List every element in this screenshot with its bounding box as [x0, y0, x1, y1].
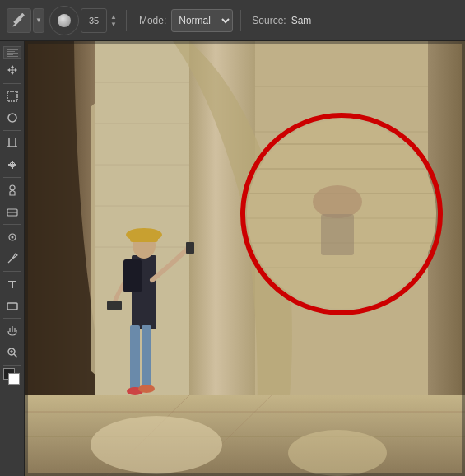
scene-svg — [25, 41, 465, 476]
svg-point-7 — [11, 259, 12, 260]
left-toolbar-divider-3 — [3, 177, 21, 178]
svg-rect-51 — [107, 301, 122, 310]
left-tool-zoom[interactable] — [2, 343, 22, 362]
left-tool-eraser[interactable] — [2, 202, 22, 222]
svg-rect-0 — [7, 91, 17, 101]
svg-rect-47 — [142, 325, 151, 387]
svg-rect-8 — [7, 303, 17, 310]
brush-size-up[interactable]: ▲ — [109, 13, 119, 21]
toolbar-divider-2 — [240, 10, 241, 31]
svg-line-10 — [14, 354, 17, 357]
left-tool-pen[interactable] — [2, 249, 22, 268]
svg-point-65 — [313, 185, 362, 218]
toolbar-divider-1 — [126, 10, 127, 31]
svg-point-1 — [8, 114, 16, 122]
background-color-swatch[interactable] — [8, 373, 20, 385]
brush-size-arrows[interactable]: ▲ ▼ — [109, 13, 119, 28]
image-canvas[interactable] — [25, 41, 465, 476]
left-tool-blur[interactable] — [2, 227, 22, 247]
left-tool-move[interactable] — [2, 61, 22, 81]
left-tool-heal[interactable] — [2, 155, 22, 175]
left-tool-selection[interactable] — [2, 86, 22, 106]
mode-label: Mode: — [139, 15, 166, 26]
left-tool-shape[interactable] — [2, 296, 22, 315]
left-toolbar-divider-2 — [3, 130, 21, 131]
left-toolbar-divider-6 — [3, 318, 21, 319]
left-toolbar-divider-4 — [3, 224, 21, 225]
brush-size-control: 35 ▲ ▼ — [49, 6, 119, 35]
svg-point-43 — [91, 416, 222, 474]
left-toolbar — [0, 41, 25, 476]
top-toolbar: ▼ 35 ▲ ▼ Mode: Normal Replace Multiply S… — [0, 0, 465, 41]
photo-container — [25, 41, 465, 476]
svg-point-6 — [11, 236, 13, 239]
source-value: Sam — [291, 15, 312, 26]
svg-point-44 — [288, 430, 387, 476]
brush-dropdown-arrow[interactable]: ▼ — [33, 8, 44, 33]
svg-point-3 — [10, 185, 15, 190]
brush-tool-group: ▼ — [7, 8, 44, 33]
source-label: Source: — [252, 15, 286, 26]
left-toolbar-divider-5 — [3, 271, 21, 272]
ruler-indicator — [3, 46, 21, 59]
svg-point-49 — [138, 385, 155, 393]
left-tool-clone-stamp[interactable] — [2, 180, 22, 200]
svg-rect-50 — [186, 242, 194, 254]
mode-dropdown[interactable]: Normal Replace Multiply Screen Overlay — [171, 9, 233, 32]
brush-size-down[interactable]: ▼ — [109, 21, 119, 28]
brush-tool-button[interactable] — [7, 8, 31, 33]
svg-rect-55 — [123, 259, 142, 292]
svg-rect-54 — [130, 231, 158, 242]
left-toolbar-divider-1 — [3, 83, 21, 84]
left-tool-hand[interactable] — [2, 321, 22, 341]
brush-size-circle — [49, 6, 79, 35]
left-tool-lasso[interactable] — [2, 108, 22, 128]
left-tool-text[interactable] — [2, 274, 22, 294]
canvas-area — [0, 41, 465, 476]
brush-dot — [58, 14, 71, 27]
svg-rect-38 — [25, 395, 465, 476]
color-swatches[interactable] — [3, 368, 21, 385]
svg-rect-66 — [321, 214, 354, 255]
left-toolbar-divider-7 — [3, 365, 21, 366]
brush-size-value: 35 — [81, 8, 107, 33]
svg-rect-46 — [130, 325, 140, 391]
left-tool-crop[interactable] — [2, 133, 22, 153]
